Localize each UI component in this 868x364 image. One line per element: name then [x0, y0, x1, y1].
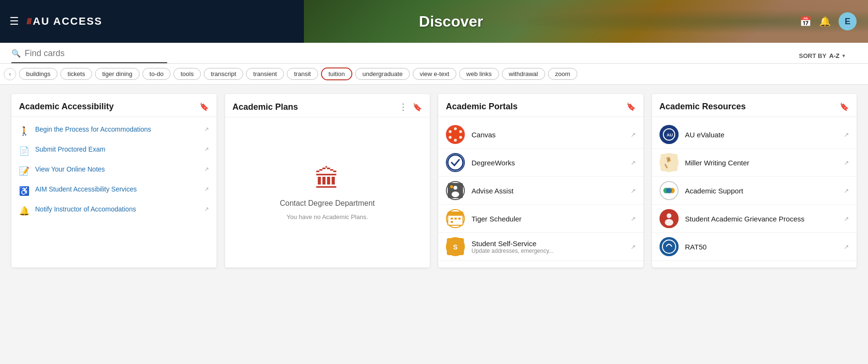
ext-link-icon: ↗: [204, 206, 209, 212]
plans-sub-text: You have no Academic Plans.: [286, 213, 368, 220]
list-item[interactable]: 🚶 Begin the Process for Accommodations ↗: [11, 121, 217, 141]
card-body-plans: 🏛 Contact Degree Department You have no …: [225, 117, 430, 268]
ext-link-icon: ↗: [204, 166, 209, 172]
chip-tickets[interactable]: tickets: [60, 68, 92, 80]
search-input[interactable]: [25, 48, 167, 58]
card-academic-plans: Academic Plans ⋮ 🔖 🏛 Contact Degree Depa…: [225, 94, 430, 268]
header-left: ☰ /// AU ACCESS: [0, 15, 103, 28]
list-item[interactable]: 🔔 Notify Instructor of Accomodations ↗: [11, 201, 217, 220]
chip-withdrawal[interactable]: withdrawal: [502, 68, 545, 80]
bell-icon[interactable]: 🔔: [819, 16, 831, 27]
search-input-wrap: 🔍: [11, 48, 167, 58]
item-text: View Your Online Notes: [35, 165, 198, 174]
list-item[interactable]: 📄 Submit Proctored Exam ↗: [11, 141, 217, 161]
chip-undergraduate[interactable]: undergraduate: [355, 68, 410, 80]
svg-point-6: [449, 130, 452, 133]
portal-info: Student Self-Service Update addresses, e…: [472, 239, 624, 254]
selfservice-icon: S: [447, 238, 464, 255]
svg-rect-14: [451, 218, 453, 220]
degreeworks-logo: [446, 153, 465, 172]
ext-link-icon: ↗: [204, 126, 209, 133]
plans-contact-text[interactable]: Contact Degree Department: [280, 199, 375, 208]
document-icon: 📄: [19, 146, 29, 156]
list-item[interactable]: S Student Self-Service Update addresses,…: [438, 233, 643, 261]
ext-link-icon: ↗: [631, 187, 636, 194]
chip-nav-back[interactable]: ‹: [4, 68, 16, 80]
portal-name: Tiger Scheduler: [472, 215, 624, 223]
logo[interactable]: /// AU ACCESS: [27, 15, 103, 28]
advise-logo: [446, 181, 465, 200]
bookmark-icon-resources[interactable]: 🔖: [840, 102, 849, 111]
list-item[interactable]: DegreeWorks ↗: [438, 149, 643, 177]
list-item[interactable]: RAT50 ↗: [652, 233, 857, 261]
chip-buildings[interactable]: buildings: [19, 68, 57, 80]
item-text: Begin the Process for Accommodations: [35, 125, 198, 134]
card-header-icons-portals: 🔖: [626, 102, 636, 111]
degreeworks-icon: [447, 154, 464, 171]
header-center: Discover: [103, 13, 800, 30]
search-icon: 🔍: [11, 49, 21, 58]
item-text: Submit Proctored Exam: [35, 145, 198, 154]
card-header-accessibility: Academic Accessibility 🔖: [11, 94, 217, 117]
list-item[interactable]: ♿ AIM Student Accessibility Services ↗: [11, 181, 217, 201]
chip-tuition[interactable]: tuition: [321, 67, 353, 80]
portal-name: Academic Support: [685, 187, 838, 195]
academic-support-icon: [661, 183, 677, 198]
chip-to-do[interactable]: to-do: [142, 68, 171, 80]
list-item[interactable]: Student Academic Grievance Process ↗: [652, 205, 857, 233]
card-header-portals: Academic Portals 🔖: [438, 94, 643, 117]
item-text: Notify Instructor of Accomodations: [35, 205, 198, 214]
main-content: Academic Accessibility 🔖 🚶 Begin the Pro…: [0, 85, 868, 277]
chip-zoom[interactable]: zoom: [548, 68, 577, 80]
rat50-logo: [660, 237, 679, 256]
item-text: AIM Student Accessibility Services: [35, 185, 198, 194]
portal-name: Advise Assist: [472, 187, 624, 195]
chip-transit[interactable]: transit: [287, 68, 318, 80]
chip-tiger-dining[interactable]: tiger dining: [95, 68, 140, 80]
bookmark-icon-plans[interactable]: 🔖: [413, 103, 422, 112]
ext-link-icon: ↗: [844, 215, 849, 222]
chevron-down-icon[interactable]: ▾: [842, 53, 845, 59]
avatar[interactable]: E: [839, 12, 857, 30]
list-item[interactable]: Canvas ↗: [438, 121, 643, 149]
sort-value: A-Z: [829, 52, 840, 59]
calendar-icon[interactable]: 📅: [800, 16, 811, 27]
ext-link-icon: ↗: [844, 131, 849, 138]
list-item[interactable]: Academic Support ↗: [652, 177, 857, 205]
plans-empty-state: 🏛 Contact Degree Department You have no …: [225, 121, 430, 264]
chip-tools[interactable]: tools: [173, 68, 200, 80]
ext-link-icon: ↗: [204, 146, 209, 153]
bookmark-icon-accessibility[interactable]: 🔖: [199, 102, 209, 111]
list-item[interactable]: AU AU eValuate ↗: [652, 121, 857, 149]
list-item[interactable]: Advise Assist ↗: [438, 177, 643, 205]
tiger-logo: [446, 209, 465, 228]
chip-transient[interactable]: transient: [246, 68, 284, 80]
building-icon: 🏛: [315, 165, 340, 193]
ext-link-icon: ↗: [844, 187, 849, 194]
svg-rect-13: [448, 212, 463, 216]
card-header-plans: Academic Plans ⋮ 🔖: [225, 94, 430, 117]
portal-name: Student Self-Service: [472, 239, 624, 248]
svg-point-32: [665, 219, 673, 226]
menu-button[interactable]: ☰: [9, 15, 19, 28]
card-header-icons-resources: 🔖: [840, 102, 849, 111]
svg-point-7: [448, 155, 463, 170]
list-item[interactable]: 📝 View Your Online Notes ↗: [11, 161, 217, 181]
bookmark-icon-portals[interactable]: 🔖: [626, 102, 636, 111]
chip-transcript[interactable]: transcript: [204, 68, 243, 80]
ext-link-icon: ↗: [631, 131, 636, 138]
ext-link-icon: ↗: [631, 159, 636, 166]
canvas-icon: [446, 125, 465, 144]
more-options-icon[interactable]: ⋮: [399, 102, 408, 112]
svg-point-31: [667, 213, 671, 218]
card-academic-resources: Academic Resources 🔖 AU AU eValuate ↗: [652, 94, 857, 268]
svg-point-1: [454, 127, 457, 130]
chip-web-links[interactable]: web links: [459, 68, 499, 80]
svg-rect-16: [458, 218, 461, 220]
list-item[interactable]: Miller Writing Center ↗: [652, 149, 857, 177]
card-header-icons-plans: ⋮ 🔖: [399, 102, 422, 112]
chip-view-etext[interactable]: view e-text: [413, 68, 456, 80]
bell-item-icon: 🔔: [19, 206, 29, 216]
list-item[interactable]: Tiger Scheduler ↗: [438, 205, 643, 233]
academic-support-logo: [660, 181, 679, 200]
